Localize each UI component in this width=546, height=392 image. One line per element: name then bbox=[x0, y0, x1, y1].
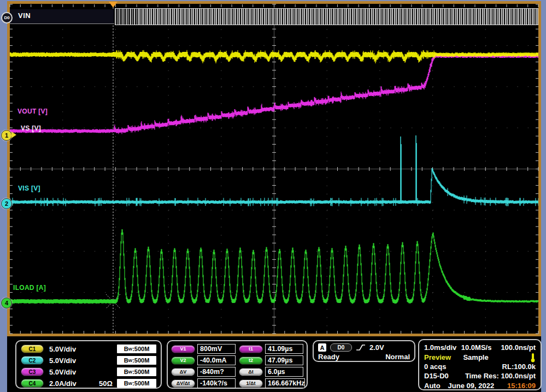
v2-badge[interactable]: V2 bbox=[171, 357, 195, 365]
clock-display: 15:16:09 bbox=[507, 382, 536, 390]
delta-t-value: 6.0µs bbox=[265, 367, 303, 377]
channel-4-reference-badge[interactable]: 4 bbox=[1, 298, 12, 308]
v1-badge[interactable]: V1 bbox=[171, 345, 195, 353]
channel-1-reference-badge[interactable]: 1 bbox=[1, 130, 12, 141]
t2-badge[interactable]: t2 bbox=[239, 357, 263, 365]
cursor-measurements-panel: V1 800mV V2 -40.0mA ΔV -840m? ΔV/Δt -140… bbox=[167, 340, 308, 389]
vis-label: VIS [V] bbox=[18, 185, 40, 192]
acquisition-panel[interactable]: 1.0ms/div 10.0MS/s 100.0ns/pt Preview Sa… bbox=[418, 339, 542, 390]
t1-badge[interactable]: t1 bbox=[239, 345, 263, 353]
iload-label: ILOAD [A] bbox=[13, 284, 46, 292]
c4-bandwidth[interactable]: BW:500M bbox=[117, 379, 156, 388]
trigger-panel[interactable]: A D0 2.0V Ready Normal bbox=[313, 340, 415, 362]
trigger-auto-mode: Auto bbox=[424, 382, 441, 390]
record-length: RL:100.0k bbox=[502, 363, 536, 371]
channel-1-row[interactable]: C1 5.0V/div BW:500M bbox=[21, 343, 156, 354]
sample-rate: 10.0MS/s bbox=[461, 343, 492, 352]
resolution: 100.0ns/pt bbox=[501, 343, 536, 352]
acquisition-mode: Sample bbox=[463, 353, 488, 361]
v2-value: -40.0mA bbox=[197, 355, 236, 365]
c3-bandwidth[interactable]: BW:500M bbox=[117, 367, 156, 376]
trigger-position-marker[interactable] bbox=[109, 2, 118, 8]
v1-value: 800mV bbox=[197, 344, 236, 354]
slew-badge[interactable]: ΔV/Δt bbox=[171, 379, 195, 388]
c2-bandwidth[interactable]: BW:500M bbox=[117, 356, 156, 365]
freq-badge[interactable]: 1/Δt bbox=[239, 379, 263, 388]
c4-impedance: 50Ω bbox=[99, 379, 113, 388]
trigger-bus-badge: A bbox=[318, 343, 326, 352]
t2-measurement: t2 47.09µs bbox=[239, 355, 303, 365]
channel-3-row[interactable]: C3 5.0V/div BW:500M bbox=[21, 366, 156, 377]
digital-bus-range: D15-D0 bbox=[424, 372, 449, 380]
freq-value: 166.667kHz bbox=[265, 378, 305, 388]
c3-badge[interactable]: C3 bbox=[21, 367, 44, 376]
preview-status: Preview bbox=[424, 353, 451, 361]
vout-label: VOUT [V] bbox=[17, 108, 48, 115]
c2-scale: 5.0V/div bbox=[49, 357, 76, 365]
time-resolution: Time Res: 100.0ns/pt bbox=[465, 372, 536, 380]
trigger-level: 2.0V bbox=[369, 343, 384, 352]
delta-t-badge[interactable]: Δt bbox=[239, 368, 263, 376]
t1-measurement: t1 41.09µs bbox=[239, 344, 303, 354]
c3-scale: 5.0V/div bbox=[49, 368, 76, 376]
delta-v-value: -840m? bbox=[197, 367, 236, 377]
d0-signal-label: VIN bbox=[10, 9, 114, 20]
delta-v-measurement: ΔV -840m? bbox=[171, 367, 236, 377]
vs-label: VS [V] bbox=[21, 124, 41, 132]
channel-4-row[interactable]: C4 2.0A/div 50Ω BW:500M bbox=[21, 378, 156, 389]
slew-value: -140k?/s bbox=[197, 378, 236, 388]
t2-value: 47.09µs bbox=[265, 355, 303, 365]
c1-bandwidth[interactable]: BW:500M bbox=[117, 345, 156, 353]
t1-value: 41.09µs bbox=[265, 344, 303, 354]
rising-edge-icon bbox=[356, 343, 366, 352]
thermometer-icon bbox=[530, 353, 536, 362]
d0-toggling-waveform bbox=[115, 8, 538, 25]
c1-scale: 5.0V/div bbox=[49, 345, 76, 353]
channel-1-reference-arrow bbox=[11, 132, 16, 138]
d0-low-level-line bbox=[10, 23, 114, 24]
trigger-source-badge[interactable]: D0 bbox=[330, 343, 352, 352]
delta-v-badge[interactable]: ΔV bbox=[171, 368, 195, 376]
channel-2-row[interactable]: C2 5.0V/div BW:500M bbox=[21, 355, 156, 366]
v2-measurement: V2 -40.0mA bbox=[171, 355, 236, 365]
channel-settings-panel: C1 5.0V/div BW:500M C2 5.0V/div BW:500M … bbox=[15, 340, 162, 389]
c4-scale: 2.0A/div bbox=[49, 379, 77, 388]
acquisition-count: 0 acqs bbox=[424, 363, 446, 371]
c2-badge[interactable]: C2 bbox=[21, 356, 44, 365]
c1-badge[interactable]: C1 bbox=[21, 345, 44, 353]
d0-label-bar[interactable]: VIN bbox=[10, 9, 114, 24]
trigger-state: Ready bbox=[318, 353, 339, 361]
channel-2-reference-badge[interactable]: 2 bbox=[1, 198, 12, 209]
waveform-graticule[interactable] bbox=[0, 0, 546, 392]
date-display: June 09, 2022 bbox=[448, 382, 495, 390]
vis-spikes bbox=[401, 135, 416, 201]
freq-measurement: 1/Δt 166.667kHz bbox=[239, 378, 303, 388]
timebase-scale: 1.0ms/div bbox=[424, 343, 456, 352]
trigger-mode: Normal bbox=[385, 353, 410, 361]
d0-channel-badge[interactable]: D0 bbox=[1, 12, 13, 23]
delta-t-measurement: Δt 6.0µs bbox=[239, 367, 303, 377]
c4-badge[interactable]: C4 bbox=[21, 379, 44, 388]
v1-measurement: V1 800mV bbox=[171, 344, 236, 354]
slew-measurement: ΔV/Δt -140k?/s bbox=[171, 378, 236, 388]
